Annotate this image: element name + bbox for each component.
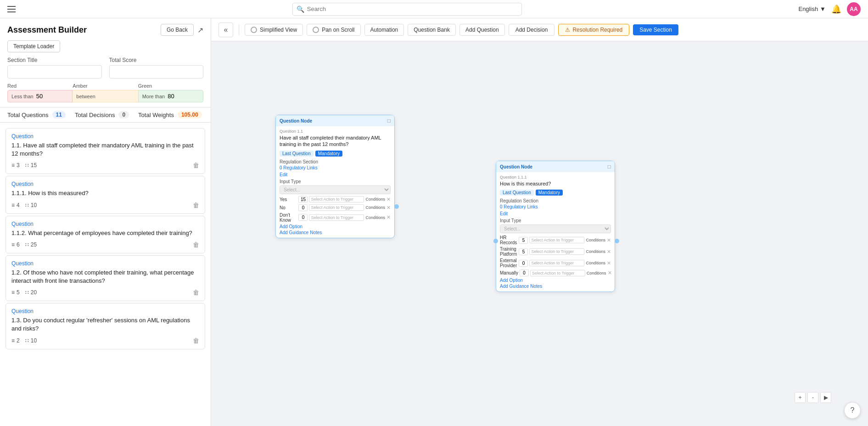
remove-option-no[interactable]: ✕	[386, 205, 391, 211]
add-question-button[interactable]: Add Question	[459, 24, 505, 36]
resolution-required-button[interactable]: ⚠ Resolution Required	[558, 24, 629, 36]
delete-question-button[interactable]: 🗑	[193, 202, 199, 209]
question-text: 1.2. Of those who have not completed the…	[11, 269, 199, 285]
question-card-2[interactable]: Question 1.1.2. What percentage of emplo…	[6, 216, 205, 253]
remove-option-yes[interactable]: ✕	[386, 196, 391, 202]
remove-option-hr[interactable]: ✕	[607, 237, 611, 243]
red-label: Red	[7, 83, 73, 89]
remove-option-external[interactable]: ✕	[607, 260, 611, 266]
option-hr: HR Records Conditions ✕	[500, 235, 611, 245]
option-dontknow-score[interactable]	[298, 214, 308, 221]
collapse-panel-button[interactable]: «	[218, 22, 233, 37]
simplified-view-button[interactable]: Simplified View	[245, 24, 303, 36]
question-node-2[interactable]: Question Node □ Question 1.1.1 How is th…	[496, 161, 615, 292]
add-guidance-link-1[interactable]: Add Guidance Notes	[280, 230, 391, 235]
option-training: Training Platform Conditions ✕	[500, 247, 611, 257]
zoom-out-button[interactable]: -	[807, 392, 818, 403]
question-node-1[interactable]: Question Node □ Question 1.1 Have all st…	[275, 115, 395, 238]
node-1-question: Have all staff completed their mandatory…	[280, 135, 391, 148]
amber-input[interactable]: undefined	[98, 93, 121, 100]
delete-question-button[interactable]: 🗑	[193, 337, 199, 344]
add-option-link-1[interactable]: Add Option	[280, 224, 391, 229]
canvas-area[interactable]: Question Node □ Question 1.1 Have all st…	[211, 41, 868, 426]
question-type-label: Question	[11, 308, 199, 314]
option-dontknow-action[interactable]	[309, 214, 364, 221]
reg-section-label-2: Regulation Section	[500, 198, 611, 203]
options-count: ≡ 3	[11, 162, 20, 168]
automation-button[interactable]: Automation	[364, 24, 404, 36]
delete-question-button[interactable]: 🗑	[193, 162, 199, 169]
question-card-4[interactable]: Question 1.3. Do you conduct regular 're…	[6, 303, 205, 349]
add-guidance-link-2[interactable]: Add Guidance Notes	[500, 284, 611, 289]
remove-option-manually[interactable]: ✕	[608, 270, 612, 276]
hamburger-menu[interactable]	[7, 6, 16, 12]
option-yes-score[interactable]	[298, 196, 308, 203]
option-training-score[interactable]	[519, 248, 528, 255]
zoom-in-button[interactable]: +	[795, 392, 806, 403]
node-2-header: Question Node □	[496, 161, 615, 172]
options-count: ≡ 5	[11, 289, 20, 296]
search-input[interactable]	[307, 6, 518, 12]
option-hr-action[interactable]	[529, 237, 584, 243]
option-yes-action[interactable]	[309, 196, 364, 202]
weight-icon: ∷	[25, 202, 29, 208]
node-1-tags: Last Question Mandatory	[280, 151, 391, 157]
option-training-action[interactable]	[529, 248, 584, 255]
search-bar[interactable]: 🔍	[292, 3, 522, 16]
add-option-link-2[interactable]: Add Option	[500, 278, 611, 283]
node-1-type: Question Node	[280, 118, 312, 123]
fit-view-button[interactable]: ▶	[820, 392, 831, 403]
total-decisions-label: Total Decisions	[75, 112, 115, 118]
go-back-button[interactable]: Go Back	[161, 24, 194, 36]
mini-map-controls: + - ▶	[795, 392, 831, 403]
question-card-3[interactable]: Question 1.2. Of those who have not comp…	[6, 255, 205, 301]
input-type-select-1[interactable]: Select...	[280, 185, 391, 194]
option-external-score[interactable]	[519, 260, 528, 267]
help-button[interactable]: ?	[844, 402, 861, 419]
reg-links-2[interactable]: 0 Regulatory Links	[500, 204, 611, 209]
maximize-icon[interactable]: □	[387, 118, 391, 124]
option-no: No Conditions ✕	[280, 204, 391, 211]
option-no-score[interactable]	[298, 204, 308, 211]
list-icon: ≡	[11, 241, 15, 248]
node-2-left-handle[interactable]	[493, 239, 498, 243]
external-link-button[interactable]: ↗	[197, 24, 203, 36]
template-loader-button[interactable]: Template Loader	[7, 40, 60, 52]
question-bank-button[interactable]: Question Bank	[408, 24, 456, 36]
delete-question-button[interactable]: 🗑	[193, 289, 199, 296]
option-external-action[interactable]	[529, 260, 584, 266]
options-list-1: Yes Conditions ✕ No Conditions	[280, 196, 391, 223]
node-1-header: Question Node □	[276, 115, 394, 126]
amber-label: Amber	[73, 83, 138, 89]
remove-option-training[interactable]: ✕	[607, 249, 611, 255]
option-no-action[interactable]	[309, 204, 364, 211]
pan-scroll-button[interactable]: Pan on Scroll	[307, 24, 360, 36]
remove-option-dontknow[interactable]: ✕	[386, 214, 391, 220]
total-score-input[interactable]: 100	[109, 65, 204, 78]
option-manually-action[interactable]	[530, 270, 585, 276]
section-title-input[interactable]: Training	[7, 65, 102, 78]
node-2-body: Question 1.1.1 How is this measured? Las…	[496, 172, 615, 291]
avatar[interactable]: AA	[847, 2, 861, 16]
option-hr-score[interactable]	[519, 237, 528, 244]
bell-icon[interactable]: 🔔	[831, 4, 841, 14]
canvas-toolbar: « Simplified View Pan on Scroll Automati…	[211, 18, 868, 41]
edit-link-1[interactable]: Edit	[280, 172, 391, 177]
list-icon: ≡	[11, 162, 15, 168]
node-2-right-handle[interactable]	[615, 239, 619, 243]
delete-question-button[interactable]: 🗑	[193, 241, 199, 248]
option-external: External Provider Conditions ✕	[500, 258, 611, 268]
option-manually-score[interactable]	[520, 269, 529, 276]
options-list-2: HR Records Conditions ✕ Training Platfor…	[500, 235, 611, 276]
input-type-select-2[interactable]: Select...	[500, 224, 611, 233]
question-text: 1.1.2. What percentage of employees have…	[11, 229, 199, 237]
question-card-1[interactable]: Question 1.1.1. How is this measured? ≡ …	[6, 176, 205, 213]
node-1-right-handle[interactable]	[394, 204, 399, 209]
question-card-0[interactable]: Question 1.1. Have all staff completed t…	[6, 128, 205, 174]
maximize-icon-2[interactable]: □	[608, 163, 611, 170]
edit-link-2[interactable]: Edit	[500, 211, 611, 216]
save-section-button[interactable]: Save Section	[633, 24, 678, 35]
reg-links[interactable]: 0 Regulatory Links	[280, 165, 391, 170]
language-selector[interactable]: English ▼	[798, 6, 826, 12]
add-decision-button[interactable]: Add Decision	[509, 24, 555, 36]
